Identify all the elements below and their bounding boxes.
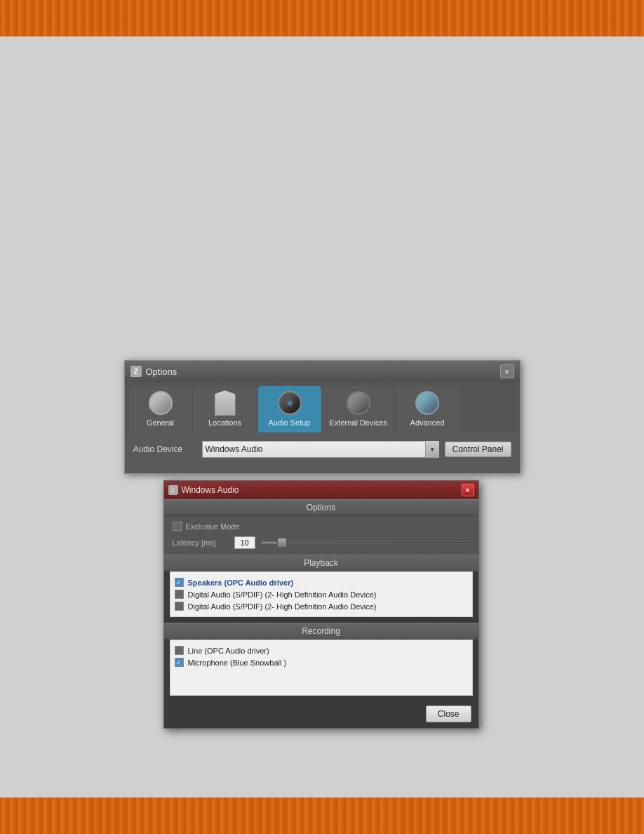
digital1-checkbox[interactable] <box>175 590 184 599</box>
options-section-header: Options <box>164 499 478 516</box>
mic-checkbox[interactable] <box>175 658 184 667</box>
playback-item-digital2: Digital Audio (S/PDIF) (2- High Definiti… <box>175 600 468 612</box>
digital2-checkbox[interactable] <box>175 602 184 611</box>
options-dialog: Z Options × General Locations <box>124 360 521 474</box>
tab-advanced[interactable]: Advanced <box>396 386 459 432</box>
mic-label: Microphone (Blue Snowball ) <box>188 658 287 667</box>
options-body: Audio Device Windows Audio ▼ Control Pan… <box>125 432 520 473</box>
recording-item-line: Line (OPC Audio driver) <box>175 644 468 656</box>
recording-item-mic: Microphone (Blue Snowball ) <box>175 656 468 668</box>
latency-label: Latency [ms] <box>173 538 229 547</box>
slider-thumb[interactable] <box>277 538 287 548</box>
recording-section: Line (OPC Audio driver) Microphone (Blue… <box>170 640 473 696</box>
digital2-label: Digital Audio (S/PDIF) (2- High Definiti… <box>188 602 377 611</box>
playback-section: Speakers (OPC Audio driver) Digital Audi… <box>170 571 473 617</box>
digital1-label: Digital Audio (S/PDIF) (2- High Definiti… <box>188 590 377 599</box>
audio-device-select-display[interactable]: Windows Audio <box>202 441 439 458</box>
win-audio-title-left: Z Windows Audio <box>168 485 239 495</box>
exclusive-mode-row: Exclusive Mode <box>173 522 470 531</box>
speakers-label: Speakers (OPC Audio driver) <box>188 578 294 587</box>
windows-audio-titlebar: Z Windows Audio × <box>164 481 478 499</box>
audio-setup-icon <box>277 390 302 416</box>
playback-section-header: Playback <box>164 555 478 571</box>
tab-audio-setup-label: Audio Setup <box>269 418 311 427</box>
exclusive-mode-label: Exclusive Mode <box>186 522 240 531</box>
line-checkbox[interactable] <box>175 646 184 655</box>
win-audio-app-icon: Z <box>168 485 178 495</box>
audio-device-label: Audio Device <box>133 444 196 454</box>
tab-advanced-label: Advanced <box>410 418 445 427</box>
audio-device-select-arrow: ▼ <box>425 441 439 458</box>
latency-slider[interactable] <box>261 541 470 544</box>
close-btn-row: Close <box>164 701 478 728</box>
options-titlebar: Z Options × <box>125 361 520 382</box>
content-area: Z Options × General Locations <box>0 37 644 797</box>
decorative-strip-bottom <box>0 797 644 834</box>
tabs-row: General Locations Audio Setup <box>125 382 520 432</box>
decorative-strip-top <box>0 0 644 37</box>
recording-section-header: Recording <box>164 623 478 640</box>
options-title: Options <box>146 366 177 377</box>
playback-item-digital1: Digital Audio (S/PDIF) (2- High Definiti… <box>175 588 468 600</box>
tab-general-label: General <box>147 418 174 427</box>
general-icon <box>148 390 173 416</box>
tab-external-devices[interactable]: External Devices <box>323 386 395 432</box>
close-button[interactable]: Close <box>426 706 471 722</box>
windows-audio-close-button[interactable]: × <box>462 484 474 496</box>
latency-row: Latency [ms] 10 <box>173 536 470 549</box>
tab-locations-label: Locations <box>208 418 241 427</box>
win-audio-options-section: Exclusive Mode Latency [ms] 10 <box>164 516 478 555</box>
audio-device-select-wrapper: Windows Audio ▼ <box>202 441 439 458</box>
exclusive-mode-checkbox[interactable] <box>173 522 182 531</box>
locations-icon <box>213 390 238 416</box>
options-titlebar-left: Z Options <box>130 366 177 377</box>
audio-device-row: Audio Device Windows Audio ▼ Control Pan… <box>133 441 511 458</box>
tab-audio-setup[interactable]: Audio Setup <box>258 386 321 432</box>
speakers-checkbox[interactable] <box>175 578 184 587</box>
external-devices-icon <box>346 390 371 416</box>
latency-value: 10 <box>234 536 255 549</box>
playback-item-speakers: Speakers (OPC Audio driver) <box>175 576 468 588</box>
options-close-button[interactable]: × <box>500 364 514 378</box>
tab-external-devices-label: External Devices <box>330 418 388 427</box>
win-audio-title: Windows Audio <box>182 485 239 495</box>
options-app-icon: Z <box>130 366 142 377</box>
tab-locations[interactable]: Locations <box>194 386 257 432</box>
control-panel-button[interactable]: Control Panel <box>445 442 511 457</box>
line-label: Line (OPC Audio driver) <box>188 647 269 655</box>
tab-general[interactable]: General <box>129 386 192 432</box>
windows-audio-dialog: Z Windows Audio × Options Exclusive Mode… <box>163 480 479 729</box>
advanced-icon <box>415 390 440 416</box>
